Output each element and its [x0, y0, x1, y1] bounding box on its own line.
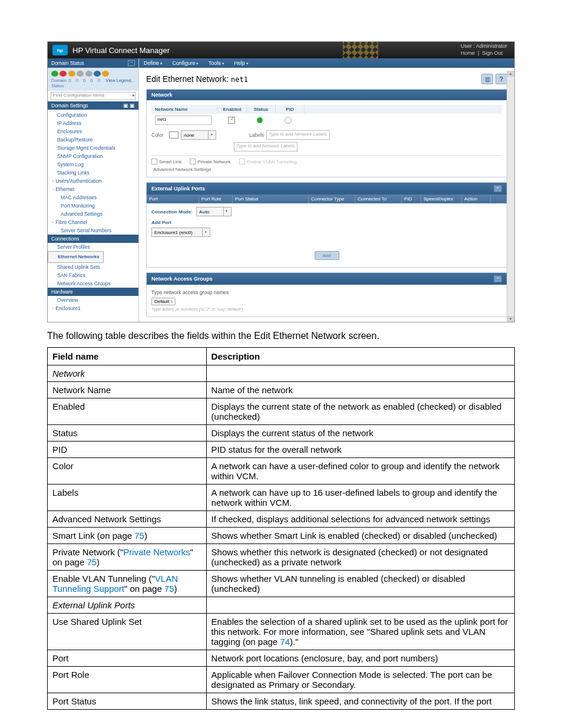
- domain-settings-bar: Domain Settings ▣ ▣: [48, 101, 138, 110]
- nav-ssn[interactable]: Server Serial Numbers: [48, 226, 138, 235]
- smartlink-checkbox[interactable]: Smart Link: [151, 159, 181, 164]
- nav-snmp[interactable]: SNMP Configuration: [48, 152, 138, 160]
- find-go-icon[interactable]: ▸: [133, 93, 135, 98]
- enclosure-select[interactable]: Enclosure1 (enc0) ▸: [151, 228, 210, 237]
- nav-enclosure1[interactable]: Enclosure1: [48, 304, 138, 312]
- page-title-row: Edit Ethernet Network: net1 ▥ ?: [139, 68, 514, 89]
- nav-nag[interactable]: Network Access Groups: [48, 279, 138, 288]
- uplink-collapse-icon[interactable]: −: [494, 185, 502, 192]
- table-cell-name: Advanced Network Settings: [48, 511, 207, 528]
- stat-n4: 0: [98, 78, 100, 83]
- domain-status-bar: Domain Status −: [48, 58, 138, 68]
- nav-overview[interactable]: Overview: [48, 296, 138, 304]
- nav-ethernet[interactable]: Ethernet: [48, 185, 138, 193]
- help-icon[interactable]: ?: [495, 74, 507, 84]
- table-cell-desc: Applicable when Failover Connection Mode…: [206, 667, 514, 693]
- table-cell-desc: Displays the current state of the networ…: [206, 398, 514, 425]
- table-cell-name: Port: [48, 650, 207, 667]
- private-net-checkbox[interactable]: Private Network: [190, 159, 230, 164]
- nav-enclosures[interactable]: Enclosures: [48, 127, 138, 136]
- nav-portmon[interactable]: Port Monitoring: [48, 202, 138, 210]
- adv-settings-checkbox[interactable]: Advanced Network Settings: [151, 167, 502, 172]
- nav-ip-address[interactable]: IP Address: [48, 119, 138, 127]
- nav-san[interactable]: SAN Fabrics: [48, 271, 138, 279]
- table-cell-desc: Shows whether VLAN tunneling is enabled …: [206, 571, 514, 597]
- chevron-down-icon: ▾: [208, 131, 214, 139]
- table-cell-desc: Shows whether this network is designated…: [206, 544, 514, 571]
- th-pid: PID: [402, 195, 421, 203]
- conn-mode-select[interactable]: Auto ▾: [196, 207, 232, 216]
- print-icon[interactable]: ▥: [481, 74, 493, 84]
- labels-input-1[interactable]: Type to add Network Labels: [266, 130, 330, 140]
- table-cell-desc: Network port locations (enclosure, bay, …: [206, 650, 514, 667]
- status-err-icon: [59, 71, 67, 77]
- view-legend-link[interactable]: View Legend...: [106, 78, 135, 88]
- header-decor: [170, 42, 461, 58]
- nav-storage-creds[interactable]: Storage Mgmt Credentials: [48, 144, 138, 152]
- caption: The following table describes the fields…: [47, 331, 515, 341]
- th-port: Port: [147, 195, 199, 203]
- app-header: hp HP Virtual Connect Manager User : Adm…: [48, 42, 514, 58]
- stat-n0: 0: [69, 78, 71, 83]
- scrollbar[interactable]: ▴ ▾: [507, 71, 514, 322]
- left-sidebar: Domain Status − DomainStatus: [48, 58, 139, 322]
- nav-stacking[interactable]: Stacking Links: [48, 169, 138, 177]
- table-cell-name: Enabled: [48, 398, 207, 425]
- table-cell-name: Color: [48, 458, 207, 485]
- menu-help[interactable]: Help: [234, 60, 248, 66]
- nav-syslog[interactable]: System Log: [48, 160, 138, 169]
- find-input[interactable]: Find Configuration Items: [51, 92, 135, 100]
- nag-tag[interactable]: Default×: [151, 298, 176, 305]
- table-cell-name: Network: [48, 365, 207, 382]
- nav-eth-networks[interactable]: Ethernet Networks: [48, 251, 104, 263]
- menu-tools[interactable]: Tools: [209, 60, 224, 66]
- scroll-up-icon[interactable]: ▴: [507, 71, 514, 77]
- network-name-input[interactable]: net1: [155, 116, 211, 125]
- color-swatch[interactable]: [169, 131, 178, 139]
- close-icon[interactable]: ×: [170, 299, 173, 304]
- table-cell-desc: A network can have a user-defined color …: [206, 458, 514, 485]
- conn-mode-label: Connection Mode:: [151, 209, 193, 215]
- nag-field-label: Type network access group names: [151, 289, 502, 295]
- nav-mac[interactable]: MAC Addresses: [48, 193, 138, 202]
- labels-input-2[interactable]: Type to add Network Labels: [234, 142, 297, 151]
- table-cell-name: Smart Link (on page 75): [48, 528, 207, 544]
- network-panel-header: Network: [147, 90, 507, 100]
- labels-label: Labels: [249, 132, 264, 138]
- color-select[interactable]: none ▾: [181, 130, 216, 140]
- nav-backup-restore[interactable]: Backup/Restore: [48, 136, 138, 144]
- nav-tree: Configuration IP Address Enclosures Back…: [48, 110, 138, 314]
- color-label: Color: [151, 132, 169, 138]
- home-link[interactable]: Home: [461, 50, 475, 56]
- th-portstatus: Port Status: [233, 195, 309, 203]
- nav-users[interactable]: Users/Authentication: [48, 177, 138, 185]
- collapse-icon[interactable]: −: [128, 60, 135, 66]
- menu-configure[interactable]: Configure: [172, 60, 199, 66]
- nav-configuration[interactable]: Configuration: [48, 111, 138, 119]
- add-port-label: Add Port: [151, 220, 502, 225]
- enabled-checkbox[interactable]: [228, 117, 235, 124]
- th-field-name: Field name: [48, 348, 207, 365]
- th-speed: Speed/Duplex: [421, 195, 462, 203]
- add-button[interactable]: Add: [315, 251, 339, 260]
- vlan-tunnel-checkbox[interactable]: Enable VLAN Tunneling: [239, 159, 297, 164]
- status-ok-icon: [51, 71, 58, 77]
- table-cell-desc: Enables the selection of a shared uplink…: [206, 614, 514, 650]
- status-ok-indicator: [257, 117, 263, 123]
- table-cell-desc: Name of the network: [206, 382, 514, 398]
- signout-link[interactable]: Sign Out: [482, 50, 503, 56]
- nav-fc[interactable]: Fibre Channel: [48, 218, 138, 226]
- nav-profiles[interactable]: Server Profiles: [48, 243, 138, 251]
- table-cell-name: Enable VLAN Tunneling ("VLAN Tunneling S…: [48, 571, 207, 597]
- nav-shared-uplink[interactable]: Shared Uplink Sets: [48, 263, 138, 271]
- th-action: Action: [462, 195, 491, 203]
- hardware-bar: Hardware: [48, 288, 138, 296]
- col-pid: PID: [276, 105, 305, 114]
- th-connto: Connected To: [355, 195, 402, 203]
- nav-advset[interactable]: Advanced Settings: [48, 210, 138, 218]
- nag-panel-header: Network Access Groups −: [147, 273, 507, 285]
- connections-bar: Connections: [48, 235, 138, 243]
- menu-define[interactable]: Define: [144, 60, 163, 66]
- scroll-down-icon[interactable]: ▾: [507, 316, 514, 322]
- nag-collapse-icon[interactable]: −: [494, 275, 502, 282]
